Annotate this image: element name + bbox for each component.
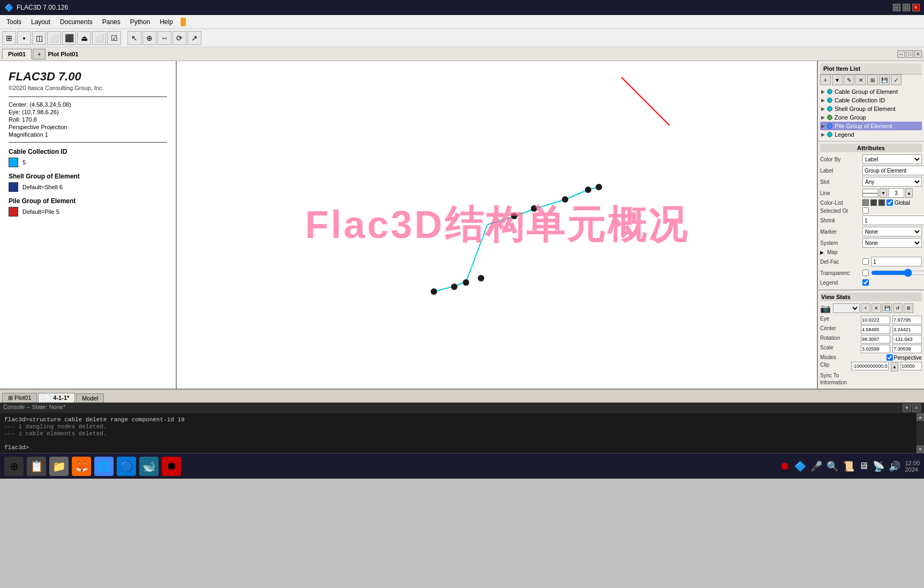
eye-info: Eye: (10,7.98,6.26) [9, 109, 167, 115]
attr-label-row: Label [820, 166, 922, 175]
attr-line-down[interactable]: ▼ [880, 188, 887, 198]
console-area[interactable]: flac3d>structure cable delete range comp… [0, 413, 924, 453]
bottom-tab-plot01[interactable]: ⊞ Plot01 [2, 393, 37, 403]
toolbar-btn-6[interactable]: ⏏ [77, 31, 91, 45]
toolbar-move[interactable]: ↔ [157, 31, 171, 45]
vs-scale-x[interactable] [861, 345, 890, 353]
vs-restore-btn[interactable]: ↺ [893, 303, 903, 313]
attr-color-by-select[interactable]: Label [862, 154, 922, 164]
attr-selected-or-check[interactable] [862, 207, 869, 214]
pil-item-legend[interactable]: ▶ Legend [820, 130, 922, 139]
pil-item-cable-collection[interactable]: ▶ Cable Collection ID [820, 96, 922, 105]
console-scroll-down[interactable]: ▼ [917, 445, 924, 453]
toolbar-rotate[interactable]: ⟳ [172, 31, 186, 45]
attr-def-fac-check[interactable] [862, 258, 869, 265]
toolbar-btn-3[interactable]: ◫ [32, 31, 46, 45]
vs-center-y[interactable] [892, 325, 922, 334]
vs-save-btn[interactable]: 💾 [882, 303, 892, 313]
menu-panes[interactable]: Panes [98, 17, 125, 27]
attr-line-number[interactable] [888, 188, 904, 198]
attr-legend-check[interactable] [862, 279, 869, 286]
attr-label-input[interactable] [862, 166, 924, 175]
toolbar-add[interactable]: ⊕ [142, 31, 156, 45]
color-list-check[interactable] [887, 199, 893, 206]
pil-item-cable-group[interactable]: ▶ Cable Group of Element [820, 87, 922, 96]
taskbar-record[interactable]: ⏺ [162, 457, 181, 476]
pil-add-btn[interactable]: + [820, 75, 831, 85]
pil-save-btn[interactable]: 💾 [879, 75, 890, 85]
vs-clip-x[interactable] [851, 362, 889, 370]
toolbar-btn-5[interactable]: ⬛ [62, 31, 76, 45]
taskbar-chrome[interactable]: 🌐 [94, 457, 114, 476]
console-scroll-up[interactable]: ▲ [917, 413, 924, 421]
vs-clip-arrow[interactable]: ▲ [891, 362, 898, 371]
console-input[interactable] [30, 444, 920, 451]
attr-color-list-row: Color-List Global [820, 199, 922, 206]
vs-center-x[interactable] [861, 325, 890, 334]
attr-map-row[interactable]: ▶ Map [820, 249, 922, 255]
pil-item-shell-group[interactable]: ▶ Shell Group of Element [820, 105, 922, 113]
viewport[interactable]: Flac3D结构单元概况 [177, 61, 817, 389]
taskbar-docker[interactable]: 🐋 [139, 457, 159, 476]
toolbar-btn-2[interactable]: ▪ [17, 31, 31, 45]
menu-python[interactable]: Python [126, 17, 154, 27]
taskbar-files[interactable]: 📁 [49, 457, 69, 476]
plot-panel-minimize[interactable]: ─ [897, 50, 905, 58]
toolbar-btn-7[interactable]: ⬜ [92, 31, 106, 45]
attr-line-preview [862, 189, 878, 197]
new-plot-tab[interactable]: + [33, 49, 46, 59]
pil-edit-btn[interactable]: ✎ [844, 75, 854, 85]
bottom-tab-model[interactable]: 📄 4-1-1* [38, 393, 75, 403]
taskbar-ie[interactable]: 🔵 [117, 457, 136, 476]
menu-tools[interactable]: Tools [2, 17, 26, 27]
console-close-btn[interactable]: ✕ [912, 404, 921, 412]
toolbar-select-sub[interactable]: ↗ [187, 31, 201, 45]
menu-documents[interactable]: Documents [56, 17, 97, 27]
vs-eye-x[interactable] [861, 316, 890, 324]
bottom-tab-model2[interactable]: Model [76, 393, 104, 403]
attr-transparency-slider[interactable] [871, 268, 924, 278]
vs-camera-select[interactable] [833, 303, 860, 313]
console-expand-btn[interactable]: ▼ [903, 404, 911, 412]
viewport-svg [177, 61, 817, 389]
plot-panel-close[interactable]: ✕ [914, 50, 922, 58]
plot-tab[interactable]: Plot01 [2, 49, 32, 59]
plot-panel-maximize[interactable]: □ [906, 50, 913, 58]
menu-help[interactable]: Help [155, 17, 177, 27]
taskbar-record-btn[interactable]: ⏺ [779, 460, 790, 472]
attr-system-select[interactable]: None [862, 238, 922, 248]
pil-item-pile-group[interactable]: ▶ Pile Group of Element [820, 122, 922, 130]
attr-def-fac-input[interactable] [871, 257, 922, 266]
pil-arrow-btn[interactable]: ▼ [832, 75, 843, 85]
vs-delete-btn[interactable]: ✕ [872, 303, 881, 313]
attr-transparency-check[interactable] [862, 270, 869, 276]
taskbar-start[interactable]: ⊕ [4, 457, 24, 476]
pil-copy-btn[interactable]: ⊞ [867, 75, 878, 85]
pil-delete-btn[interactable]: ✕ [855, 75, 866, 85]
pil-check-btn[interactable]: ✓ [891, 75, 902, 85]
toolbar-btn-1[interactable]: ⊞ [2, 31, 16, 45]
vs-rotation-y[interactable] [892, 335, 922, 344]
pil-item-zone-group[interactable]: ▶ Zone Group [820, 113, 922, 122]
vs-settings-btn[interactable]: ⚙ [904, 303, 913, 313]
taskbar-firefox[interactable]: 🦊 [72, 457, 91, 476]
vs-add-btn[interactable]: + [861, 303, 870, 313]
attr-shrink-input[interactable] [862, 215, 924, 225]
vs-rotation-x[interactable] [861, 335, 890, 344]
toolbar-btn-4[interactable]: ⬜ [47, 31, 61, 45]
attr-line-up[interactable]: ▲ [905, 188, 913, 198]
maximize-button[interactable]: □ [903, 4, 910, 11]
minimize-button[interactable]: ─ [893, 4, 900, 11]
vs-eye-y[interactable] [892, 316, 922, 324]
menu-layout[interactable]: Layout [27, 17, 55, 27]
attr-slot-select[interactable]: Any [862, 177, 922, 187]
vs-modes-check[interactable] [887, 354, 893, 361]
attr-marker-select[interactable]: None [862, 227, 922, 236]
app-name: FLAC3D 7.00 [9, 70, 167, 84]
vs-scale-y[interactable] [892, 345, 922, 353]
close-button[interactable]: ✕ [912, 4, 920, 11]
toolbar-cursor[interactable]: ↖ [127, 31, 141, 45]
taskbar-notes[interactable]: 📋 [27, 457, 46, 476]
vs-clip-y[interactable] [900, 362, 922, 370]
toolbar-btn-8[interactable]: ☑ [107, 31, 121, 45]
